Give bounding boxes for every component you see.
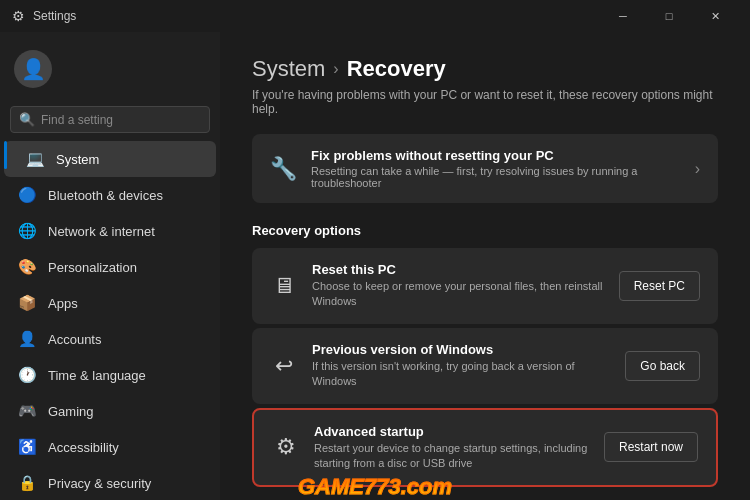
reset-text: Reset this PC Choose to keep or remove y…	[312, 262, 605, 310]
previous-text: Previous version of Windows If this vers…	[312, 342, 611, 390]
sidebar-item-accessibility[interactable]: ♿ Accessibility	[4, 429, 216, 465]
breadcrumb-parent: System	[252, 56, 325, 82]
window-controls: ─ □ ✕	[600, 0, 738, 32]
reset-pc-button[interactable]: Reset PC	[619, 271, 700, 301]
settings-icon: ⚙	[12, 8, 25, 24]
sidebar-item-time[interactable]: 🕐 Time & language	[4, 357, 216, 393]
fix-problems-card[interactable]: 🔧 Fix problems without resetting your PC…	[252, 134, 718, 203]
breadcrumb: System › Recovery	[252, 56, 718, 82]
accessibility-icon: ♿	[18, 438, 36, 456]
personalization-icon: 🎨	[18, 258, 36, 276]
bluetooth-icon: 🔵	[18, 186, 36, 204]
sidebar-profile: 👤	[0, 40, 220, 102]
network-icon: 🌐	[18, 222, 36, 240]
time-icon: 🕐	[18, 366, 36, 384]
close-button[interactable]: ✕	[692, 0, 738, 32]
recovery-options-header: Recovery options	[252, 223, 718, 238]
previous-desc: If this version isn't working, try going…	[312, 359, 611, 390]
sidebar-item-label-accounts: Accounts	[48, 332, 101, 347]
app-body: 👤 🔍 💻 System 🔵 Bluetooth & devices 🌐 Net…	[0, 32, 750, 500]
sidebar-item-label-bluetooth: Bluetooth & devices	[48, 188, 163, 203]
breadcrumb-chevron: ›	[333, 60, 338, 78]
content-area: System › Recovery If you're having probl…	[220, 32, 750, 500]
titlebar: ⚙ Settings ─ □ ✕	[0, 0, 750, 32]
search-icon: 🔍	[19, 112, 35, 127]
fix-text: Fix problems without resetting your PC R…	[311, 148, 681, 189]
reset-icon: 🖥	[270, 273, 298, 299]
breadcrumb-current: Recovery	[347, 56, 446, 82]
advanced-text: Advanced startup Restart your device to …	[314, 424, 590, 472]
maximize-button[interactable]: □	[646, 0, 692, 32]
sidebar-item-apps[interactable]: 📦 Apps	[4, 285, 216, 321]
advanced-desc: Restart your device to change startup se…	[314, 441, 590, 472]
sidebar-item-label-gaming: Gaming	[48, 404, 94, 419]
advanced-startup-card: ⚙ Advanced startup Restart your device t…	[252, 408, 718, 488]
reset-desc: Choose to keep or remove your personal f…	[312, 279, 605, 310]
sidebar-item-network[interactable]: 🌐 Network & internet	[4, 213, 216, 249]
minimize-button[interactable]: ─	[600, 0, 646, 32]
titlebar-title: Settings	[33, 9, 76, 23]
search-input[interactable]	[41, 113, 201, 127]
system-icon: 💻	[26, 150, 44, 168]
sidebar: 👤 🔍 💻 System 🔵 Bluetooth & devices 🌐 Net…	[0, 32, 220, 500]
page-subtitle: If you're having problems with your PC o…	[252, 88, 718, 116]
advanced-icon: ⚙	[272, 434, 300, 460]
reset-pc-card: 🖥 Reset this PC Choose to keep or remove…	[252, 248, 718, 324]
sidebar-item-privacy[interactable]: 🔒 Privacy & security	[4, 465, 216, 500]
sidebar-item-bluetooth[interactable]: 🔵 Bluetooth & devices	[4, 177, 216, 213]
sidebar-item-accounts[interactable]: 👤 Accounts	[4, 321, 216, 357]
sidebar-item-gaming[interactable]: 🎮 Gaming	[4, 393, 216, 429]
chevron-right-icon: ›	[695, 160, 700, 178]
search-box[interactable]: 🔍	[10, 106, 210, 133]
gaming-icon: 🎮	[18, 402, 36, 420]
sidebar-item-system[interactable]: 💻 System	[4, 141, 216, 177]
fix-description: Resetting can take a while — first, try …	[311, 165, 681, 189]
sidebar-item-label-network: Network & internet	[48, 224, 155, 239]
sidebar-item-label-apps: Apps	[48, 296, 78, 311]
advanced-title: Advanced startup	[314, 424, 590, 439]
sidebar-item-label-accessibility: Accessibility	[48, 440, 119, 455]
sidebar-item-label-personalization: Personalization	[48, 260, 137, 275]
previous-icon: ↩	[270, 353, 298, 379]
restart-now-button[interactable]: Restart now	[604, 432, 698, 462]
go-back-button[interactable]: Go back	[625, 351, 700, 381]
accounts-icon: 👤	[18, 330, 36, 348]
sidebar-item-personalization[interactable]: 🎨 Personalization	[4, 249, 216, 285]
sidebar-item-label-privacy: Privacy & security	[48, 476, 151, 491]
previous-version-card: ↩ Previous version of Windows If this ve…	[252, 328, 718, 404]
sidebar-item-label-time: Time & language	[48, 368, 146, 383]
privacy-icon: 🔒	[18, 474, 36, 492]
apps-icon: 📦	[18, 294, 36, 312]
fix-title: Fix problems without resetting your PC	[311, 148, 681, 163]
previous-title: Previous version of Windows	[312, 342, 611, 357]
avatar: 👤	[14, 50, 52, 88]
nav-item-wrapper-system: 💻 System	[0, 141, 220, 177]
reset-title: Reset this PC	[312, 262, 605, 277]
fix-icon: 🔧	[270, 156, 297, 182]
active-indicator	[4, 141, 7, 169]
sidebar-item-label-system: System	[56, 152, 99, 167]
